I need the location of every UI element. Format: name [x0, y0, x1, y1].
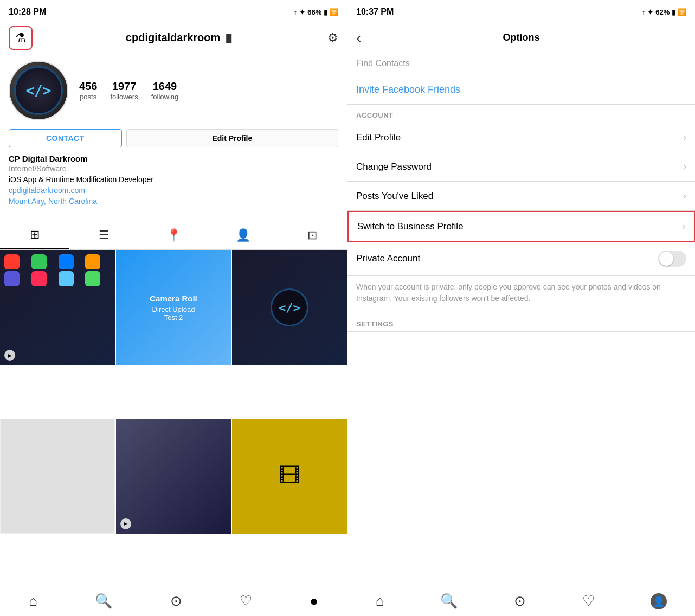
- username-area: cpdigitaldarkroom ▐▌: [126, 31, 234, 44]
- switch-business-item[interactable]: Switch to Business Profile ›: [347, 211, 695, 242]
- camera-nav-icon-r[interactable]: ⊙: [514, 593, 526, 609]
- following-stat[interactable]: 1649 following: [151, 80, 179, 101]
- options-title: Options: [503, 32, 540, 43]
- profile-name: CP Digital Darkroom: [9, 154, 338, 163]
- time-left: 10:28 PM: [9, 7, 46, 17]
- back-button[interactable]: ‹: [356, 29, 361, 47]
- grid-view-icon: ⊞: [30, 228, 40, 242]
- options-list: Find Contacts Invite Facebook Friends AC…: [347, 52, 695, 586]
- posts-stat: 456 posts: [79, 80, 97, 101]
- find-contacts-text: Find Contacts: [356, 59, 410, 68]
- user-avatar-small[interactable]: 👤: [651, 593, 667, 609]
- flask-icon: ⚗: [15, 31, 26, 45]
- app-dot: [31, 271, 47, 286]
- posts-liked-label: Posts You've Liked: [356, 191, 433, 202]
- play-button-1[interactable]: ▶: [4, 350, 15, 361]
- invite-facebook-item[interactable]: Invite Facebook Friends: [347, 75, 695, 105]
- list-view-icon: ☰: [99, 228, 110, 242]
- followers-count: 1977: [112, 80, 137, 93]
- profile-category: Internet/Software: [9, 164, 338, 173]
- film-roll-icon: 🎞: [279, 464, 300, 488]
- app-dot: [59, 254, 74, 270]
- settings-icon[interactable]: ⚙: [327, 31, 338, 45]
- avatar-icon: 👤: [653, 595, 665, 607]
- location-icon: ↑: [294, 8, 298, 16]
- app-grid-1: [0, 250, 115, 291]
- tab-tagged[interactable]: 📍: [139, 221, 208, 249]
- right-panel: 10:37 PM ↑ ✦ 62% ▮ 🛜 ‹ Options Find Cont…: [347, 0, 695, 616]
- contact-button[interactable]: CONTACT: [9, 129, 122, 147]
- private-account-toggle[interactable]: [658, 251, 686, 267]
- top-nav-right: ‹ Options: [347, 24, 695, 52]
- change-password-label: Change Password: [356, 162, 432, 172]
- heart-nav-icon-r[interactable]: ♡: [582, 593, 595, 609]
- photo-cell-5[interactable]: ▶: [116, 419, 231, 534]
- avatar: </>: [9, 61, 68, 120]
- test-text: Test 2: [164, 313, 183, 322]
- posts-liked-item[interactable]: Posts You've Liked ›: [347, 182, 695, 211]
- stats-area: 456 posts 1977 followers 1649 following: [79, 80, 178, 101]
- bookmark-icon: ⊡: [307, 228, 317, 242]
- bottom-nav-right: ⌂ 🔍 ⊙ ♡ 👤: [347, 586, 695, 616]
- change-password-item[interactable]: Change Password ›: [347, 152, 695, 182]
- action-buttons: CONTACT Edit Profile: [9, 129, 338, 147]
- status-icons-right: ↑ ✦ 62% ▮ 🛜: [642, 8, 686, 16]
- direct-upload-text: Direct Upload: [152, 305, 195, 313]
- app-dot: [4, 254, 20, 270]
- signal-bars-icon: ▐▌: [223, 34, 234, 42]
- left-panel: 10:28 PM ↑ ✦ 66% ▮ 🛜 ⚗ cpdigitaldarkroom…: [0, 0, 347, 616]
- tab-people[interactable]: 👤: [208, 221, 278, 249]
- posts-label: posts: [80, 93, 96, 101]
- following-label: following: [151, 93, 179, 101]
- play-button-5[interactable]: ▶: [120, 518, 131, 529]
- status-bar-right: 10:37 PM ↑ ✦ 62% ▮ 🛜: [347, 0, 695, 24]
- edit-profile-label: Edit Profile: [356, 132, 401, 143]
- battery-left: 66% ▮: [307, 8, 327, 16]
- person-icon: 👤: [236, 228, 250, 242]
- app-dot: [31, 254, 47, 270]
- code-icon: </>: [279, 301, 300, 315]
- profile-location: Mount Airy, North Carolina: [9, 197, 338, 206]
- switch-business-label: Switch to Business Profile: [357, 221, 464, 232]
- photo-cell-3[interactable]: </>: [232, 250, 347, 365]
- tab-list[interactable]: ☰: [69, 221, 139, 249]
- photo-cell-4[interactable]: [0, 419, 115, 534]
- posts-liked-chevron: ›: [683, 190, 686, 202]
- camera-logo: </>: [271, 288, 308, 326]
- profile-logo-icon[interactable]: ⚗: [9, 26, 33, 50]
- bottom-nav-left: ⌂ 🔍 ⊙ ♡ ●: [0, 586, 347, 616]
- home-nav-icon[interactable]: ⌂: [29, 593, 37, 609]
- wifi-icon-left: 🛜: [330, 8, 338, 16]
- app-dot: [59, 271, 74, 286]
- profile-nav-icon[interactable]: ●: [310, 593, 318, 609]
- app-dot: [4, 271, 20, 286]
- private-account-desc: When your account is private, only peopl…: [347, 276, 695, 313]
- followers-label: followers: [110, 93, 138, 101]
- home-nav-icon-r[interactable]: ⌂: [376, 593, 384, 609]
- heart-nav-icon[interactable]: ♡: [240, 593, 252, 609]
- app-dot: [85, 271, 100, 286]
- edit-profile-button[interactable]: Edit Profile: [126, 129, 338, 147]
- photo-cell-2[interactable]: Camera Roll Direct Upload Test 2: [116, 250, 231, 365]
- tab-grid[interactable]: ⊞: [0, 221, 69, 249]
- location-pin-icon: 📍: [166, 228, 181, 242]
- find-contacts-bar[interactable]: Find Contacts: [347, 52, 695, 75]
- photo-cell-6[interactable]: 🎞: [232, 419, 347, 534]
- invite-facebook-label: Invite Facebook Friends: [356, 84, 460, 95]
- username-text: cpdigitaldarkroom: [126, 31, 220, 44]
- camera-nav-icon[interactable]: ⊙: [170, 593, 182, 609]
- photo-cell-1[interactable]: ▶: [0, 250, 115, 365]
- followers-stat[interactable]: 1977 followers: [110, 80, 138, 101]
- profile-link[interactable]: cpdigitaldarkroom.com: [9, 186, 338, 195]
- tab-saved[interactable]: ⊡: [278, 221, 347, 249]
- edit-profile-item[interactable]: Edit Profile ›: [347, 123, 695, 152]
- toggle-knob: [659, 252, 673, 266]
- time-right: 10:37 PM: [356, 7, 394, 17]
- search-nav-icon[interactable]: 🔍: [95, 593, 112, 609]
- battery-right: 62% ▮: [655, 8, 675, 16]
- grid-tabs: ⊞ ☰ 📍 👤 ⊡: [0, 221, 347, 250]
- wifi-icon-right: 🛜: [678, 8, 686, 16]
- profile-top: </> 456 posts 1977 followers 1649 f: [9, 61, 338, 120]
- search-nav-icon-r[interactable]: 🔍: [440, 593, 458, 609]
- edit-profile-chevron: ›: [683, 132, 686, 143]
